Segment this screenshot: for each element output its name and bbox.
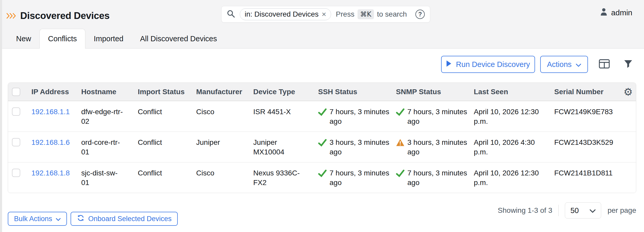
- ssh-status-text: 7 hours, 3 minutes ago: [330, 169, 389, 187]
- ssh-status-cell: 7 hours, 3 minutes ago: [318, 162, 396, 193]
- table-header-row: IP Address Hostname Import Status Manufa…: [8, 83, 636, 101]
- last-seen-cell: April 10, 2026 4:30 p.m.: [474, 132, 554, 162]
- tab-all-discovered-devices[interactable]: All Discovered Devices: [132, 29, 225, 49]
- ip-link[interactable]: 192.168.1.1: [31, 108, 70, 116]
- brand: Discovered Devices: [6, 10, 109, 21]
- ip-link[interactable]: 192.168.1.8: [31, 169, 70, 177]
- import-status-cell: Conflict: [138, 162, 196, 193]
- serial-number-cell: FCW2149K9E783: [554, 101, 620, 132]
- search-filter-chip[interactable]: in: Discovered Devices ×: [240, 8, 331, 20]
- top-bar: Discovered Devices in: Discovered Device…: [0, 0, 644, 49]
- bulk-actions-button[interactable]: Bulk Actions: [8, 212, 67, 226]
- snmp-status-icon: [396, 169, 405, 178]
- col-manufacturer: Manufacturer: [196, 88, 253, 96]
- actions-label: Actions: [547, 60, 572, 69]
- chevron-down-icon: [56, 215, 61, 223]
- last-seen-cell: April 10, 2026 12:30 p.m.: [474, 101, 554, 132]
- onboard-selected-devices-button[interactable]: Onboard Selected Devices: [71, 212, 178, 226]
- serial-number-cell: FCW2143D3K529: [554, 132, 620, 162]
- help-icon[interactable]: ?: [415, 10, 425, 19]
- per-page-select[interactable]: 50: [565, 202, 601, 219]
- search-filter-chip-label: in: Discovered Devices: [245, 10, 319, 18]
- col-hostname: Hostname: [81, 88, 138, 96]
- close-icon[interactable]: ×: [322, 10, 326, 18]
- page-title: Discovered Devices: [20, 10, 109, 21]
- snmp-status-text: 7 hours, 3 minutes ago: [407, 169, 467, 187]
- device-type-cell: Juniper MX10004: [253, 132, 318, 162]
- window-edge: [0, 0, 2, 232]
- username: admin: [611, 8, 632, 17]
- ssh-status-icon: [318, 108, 327, 117]
- row-checkbox[interactable]: [12, 138, 20, 146]
- onboard-selected-devices-label: Onboard Selected Devices: [88, 215, 172, 223]
- import-status-cell: Conflict: [138, 132, 196, 162]
- ssh-status-cell: 7 hours, 3 minutes ago: [318, 101, 396, 132]
- user-icon: [600, 8, 607, 17]
- user-menu[interactable]: admin: [600, 8, 632, 17]
- table-row: 192.168.1.1 dfw-edge-rtr-02 Conflict Cis…: [8, 101, 636, 132]
- tab-bar: New Conflicts Imported All Discovered De…: [8, 29, 225, 49]
- ssh-status-icon: [318, 169, 327, 178]
- showing-count: Showing 1-3 of 3: [498, 206, 552, 215]
- serial-number-cell: FCW2141B1D811: [554, 162, 620, 193]
- per-page-label: per page: [607, 206, 636, 215]
- select-all-checkbox[interactable]: [12, 88, 20, 96]
- discovered-devices-table: IP Address Hostname Import Status Manufa…: [8, 83, 636, 193]
- col-last-seen: Last Seen: [474, 88, 554, 96]
- import-status-cell: Conflict: [138, 101, 196, 132]
- tab-imported[interactable]: Imported: [85, 29, 132, 49]
- nautobot-chevrons-icon: [6, 13, 16, 19]
- table-row: 192.168.1.6 ord-core-rtr-01 Conflict Jun…: [8, 132, 636, 162]
- snmp-status-cell: 7 hours, 3 minutes ago: [396, 162, 474, 193]
- row-checkbox[interactable]: [12, 169, 20, 177]
- cmd-k-shortcut-badge: ⌘K: [358, 9, 374, 19]
- manufacturer-cell: Cisco: [196, 162, 253, 193]
- ip-link[interactable]: 192.168.1.6: [31, 138, 70, 146]
- sync-icon: [77, 214, 85, 224]
- snmp-status-cell: 3 hours, 3 minutes ago: [396, 132, 474, 162]
- snmp-status-text: 7 hours, 3 minutes ago: [407, 108, 467, 125]
- ssh-status-text: 7 hours, 3 minutes ago: [330, 108, 389, 125]
- search-icon: [227, 10, 235, 19]
- hostname-cell: sjc-dist-sw-01: [81, 162, 138, 193]
- run-device-discovery-button[interactable]: Run Device Discovery: [441, 56, 535, 73]
- play-icon: [446, 60, 452, 69]
- manufacturer-cell: Cisco: [196, 101, 253, 132]
- tab-new[interactable]: New: [8, 29, 39, 49]
- ssh-status-cell: 3 hours, 3 minutes ago: [318, 132, 396, 162]
- row-checkbox[interactable]: [12, 107, 20, 116]
- search-hint-press: Press: [336, 10, 354, 18]
- divider: [558, 205, 559, 216]
- hostname-cell: dfw-edge-rtr-02: [81, 101, 138, 132]
- search-hint: Press ⌘K to search: [336, 9, 407, 19]
- table-row: 192.168.1.8 sjc-dist-sw-01 Conflict Cisc…: [8, 162, 636, 193]
- col-serial-number: Serial Number: [554, 88, 620, 96]
- per-page-value: 50: [570, 206, 579, 215]
- col-ssh-status: SSH Status: [318, 88, 396, 96]
- col-import-status: Import Status: [138, 88, 196, 96]
- pagination: Showing 1-3 of 3 50 per page: [498, 202, 636, 219]
- chevron-down-icon: [576, 60, 581, 69]
- footer-actions: Bulk Actions Onboard Selected Devices: [8, 212, 178, 226]
- hostname-cell: ord-core-rtr-01: [81, 132, 138, 162]
- snmp-status-text: 3 hours, 3 minutes ago: [407, 138, 467, 156]
- search-hint-suffix: to search: [377, 10, 407, 18]
- ssh-status-text: 3 hours, 3 minutes ago: [330, 138, 389, 156]
- table-config-icon[interactable]: [599, 59, 610, 70]
- ssh-status-icon: [318, 139, 327, 147]
- bulk-actions-label: Bulk Actions: [14, 215, 52, 223]
- chevron-down-icon: [590, 206, 596, 215]
- snmp-status-icon: [396, 108, 405, 117]
- snmp-status-cell: 7 hours, 3 minutes ago: [396, 101, 474, 132]
- tab-conflicts[interactable]: Conflicts: [39, 29, 85, 49]
- gear-icon[interactable]: ⚙: [624, 87, 633, 97]
- filter-icon[interactable]: [624, 60, 633, 70]
- snmp-status-warning-icon: [396, 139, 405, 147]
- col-snmp-status: SNMP Status: [396, 88, 474, 96]
- device-type-cell: Nexus 9336C-FX2: [253, 162, 318, 193]
- actions-button[interactable]: Actions: [540, 56, 588, 73]
- run-device-discovery-label: Run Device Discovery: [456, 60, 530, 69]
- global-search[interactable]: in: Discovered Devices × Press ⌘K to sea…: [221, 6, 430, 23]
- device-type-cell: ISR 4451-X: [253, 101, 318, 132]
- manufacturer-cell: Juniper: [196, 132, 253, 162]
